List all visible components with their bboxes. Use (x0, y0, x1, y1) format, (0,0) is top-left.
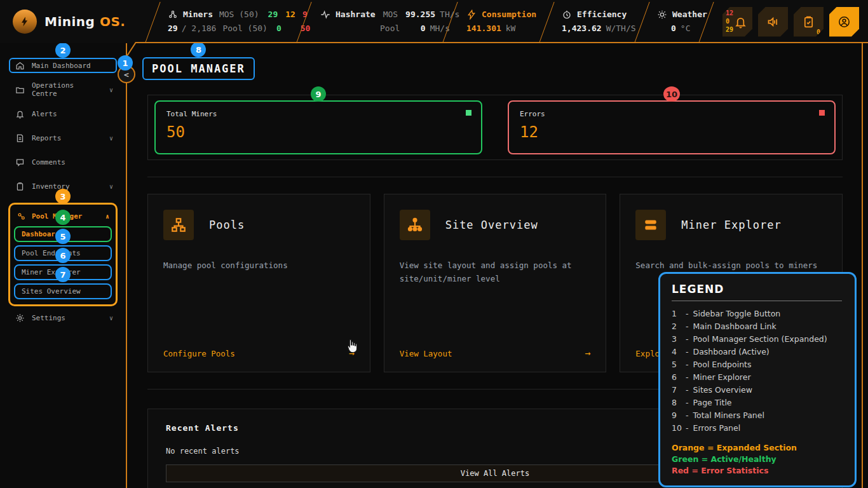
chevron-up-icon: ∧ (105, 213, 109, 220)
sidebar-subitem-label: Miner Explorer (22, 268, 81, 276)
folder-icon (15, 85, 25, 95)
sidebar-item-reports[interactable]: Reports ∨ (9, 130, 117, 146)
legend-item: 3-Pool Manager Section (Expanded) (672, 333, 842, 346)
pools-card[interactable]: Pools Manage pool configurations Configu… (147, 194, 370, 372)
sidebar-subitem-label: Dashboard (22, 230, 60, 238)
chevron-down-icon: ∨ (109, 86, 113, 93)
annotation-badge-2: 2 (55, 43, 71, 58)
header-stat-efficiency: Efficiency 1,423.62 W/TH/S (546, 0, 642, 43)
legend-item: 6-Miner Explorer (672, 371, 842, 384)
sidebar-item-comments[interactable]: Comments (9, 154, 117, 170)
annotation-badge-8: 8 (191, 43, 206, 57)
mute-sounds-button[interactable] (758, 7, 788, 37)
mining-os-app: Mining OS. Miners MOS (50) 29 12 9 29 / … (0, 0, 868, 488)
annotation-badge-7: 7 (55, 267, 71, 282)
server-stack-icon (635, 210, 666, 240)
annotation-badge-10: 10 (663, 86, 680, 102)
legend-item: 1-Sidebar Toggle Button (672, 308, 842, 320)
errors-label: Errors (520, 110, 824, 118)
sidebar-item-label: Reports (32, 134, 61, 142)
miners-mos-label: MOS (50) (219, 10, 259, 20)
legend-key-orange: Orange = Expanded Section (672, 442, 842, 454)
arrow-right-icon: → (585, 348, 590, 359)
errors-value: 12 (520, 123, 824, 141)
content-frame-top-border (135, 42, 868, 43)
clipboard-icon (15, 182, 25, 191)
annotation-badge-3: 3 (55, 189, 71, 204)
notifications-button[interactable]: 12 0 29 (722, 7, 752, 37)
legend-item: 8-Page Title (672, 396, 842, 409)
legend-item: 5-Pool Endpoints (672, 358, 842, 371)
header-stat-hashrate: Hashrate MOS 99.255 TH/s Pool 0 MH/s (304, 0, 450, 43)
sidebar-nav: 2 Main Dashboard Operations Centre ∨ Ale… (0, 43, 127, 488)
view-layout-link[interactable]: View Layout → (400, 348, 591, 359)
user-icon (837, 15, 851, 29)
stats-row: 9 Total Miners 50 10 Errors 12 (147, 95, 843, 160)
consumption-label: Consumption (482, 10, 536, 20)
miners-total-count: / 2,186 (182, 24, 217, 34)
legend-divider (672, 301, 842, 301)
tasks-button[interactable]: 0 (794, 7, 824, 37)
app-title-text: Mining (44, 14, 95, 29)
legend-overlay: LEGEND 1-Sidebar Toggle Button 2-Main Da… (658, 272, 857, 487)
annotation-badge-1: 1 (118, 55, 133, 71)
sidebar-item-main-dashboard[interactable]: 2 Main Dashboard (9, 58, 117, 73)
card-action-label: View Layout (400, 349, 452, 358)
total-miners-value: 50 (166, 123, 470, 141)
sidebar-item-settings[interactable]: Settings ∨ (9, 310, 117, 325)
gear-icon (15, 313, 25, 323)
red-status-square-icon (819, 110, 825, 116)
configure-pools-link[interactable]: Configure Pools → (163, 348, 355, 359)
hashrate-mos-value: 99.255 (405, 10, 435, 20)
card-title: Pools (209, 219, 245, 231)
card-title: Miner Explorer (681, 219, 781, 231)
legend-item: 4-Dashboard (Active) (672, 346, 842, 358)
hashrate-label: Hashrate (336, 10, 376, 20)
legend-item: 2-Main Dashboard Link (672, 320, 842, 333)
efficiency-value: 1,423.62 (562, 24, 602, 34)
weather-unit: °C (681, 24, 691, 34)
header-stat-consumption: Consumption 141.301 kW (450, 0, 546, 43)
weather-label: Weather (672, 10, 707, 20)
sidebar-subitem-sites-overview[interactable]: 7 Sites Overview (14, 283, 112, 299)
section-divider (147, 177, 843, 177)
badge-info-count: 29 (726, 25, 733, 34)
clipboard-check-icon (802, 15, 815, 29)
efficiency-icon (562, 10, 572, 20)
sidebar-item-alerts[interactable]: Alerts (9, 106, 117, 121)
pool-links-icon (17, 212, 26, 221)
sidebar-item-label: Main Dashboard (32, 62, 91, 70)
header-buttons: 12 0 29 0 (707, 0, 868, 43)
speaker-icon (766, 15, 780, 29)
miners-label: Miners (183, 10, 213, 20)
header-stat-weather: Weather 0 °C (642, 0, 707, 43)
sidebar-item-operations-centre[interactable]: Operations Centre ∨ (9, 82, 117, 97)
header-stat-miners: Miners MOS (50) 29 12 9 29 / 2,186 Pool … (153, 0, 304, 43)
card-title: Site Overview (445, 219, 538, 231)
miners-warn-count: 12 (285, 10, 295, 20)
bell-icon (15, 109, 25, 119)
sidebar-item-label: Settings (32, 314, 65, 322)
logo-bolt-icon (13, 10, 37, 34)
miners-active-count: 29 (168, 24, 178, 34)
card-description: Manage pool configurations (163, 259, 355, 273)
miners-pool-label: Pool (50) (222, 24, 267, 34)
org-tree-icon (400, 210, 430, 240)
sidebar-item-label: Operations Centre (32, 81, 102, 98)
legend-color-keys: Orange = Expanded Section Green = Active… (672, 442, 842, 477)
chevron-down-icon: ∨ (109, 135, 113, 142)
view-all-alerts-label: View All Alerts (461, 469, 529, 478)
site-overview-card[interactable]: Site Overview View site layout and assig… (384, 194, 607, 372)
consumption-icon (466, 10, 477, 20)
card-description: Search and bulk-assign pools to miners (635, 259, 827, 273)
notification-badges: 12 0 29 (726, 9, 733, 34)
consumption-value: 141.301 (466, 24, 501, 34)
comment-icon (15, 158, 25, 167)
app-title-accent: OS. (100, 14, 126, 29)
legend-item: 9-Total Miners Panel (672, 409, 842, 422)
hashrate-icon (320, 10, 330, 20)
badge-critical-count: 12 (726, 9, 733, 17)
content-frame-right-border (862, 42, 863, 488)
user-account-button[interactable] (829, 7, 859, 37)
weather-icon (657, 10, 667, 20)
